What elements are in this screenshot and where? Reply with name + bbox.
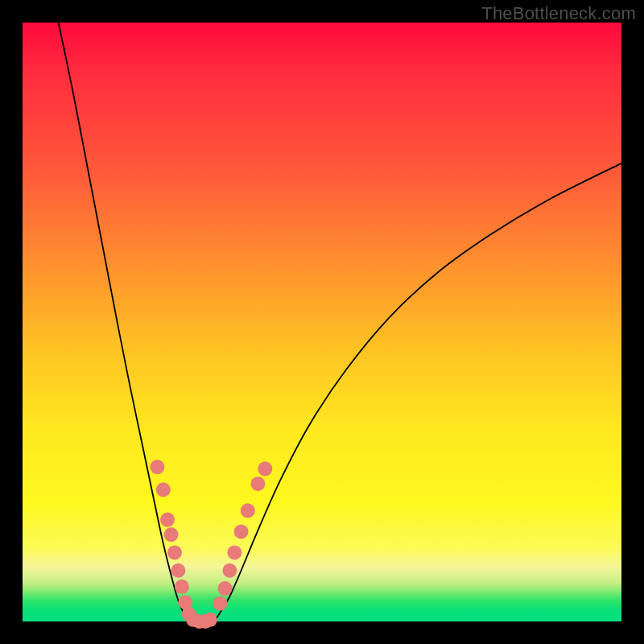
- scatter-dot: [175, 580, 189, 594]
- scatter-dot: [227, 545, 242, 559]
- curve-right-branch: [214, 163, 621, 621]
- scatter-dot: [156, 482, 171, 497]
- chart-overlay: [23, 23, 621, 621]
- scatter-dot: [150, 460, 164, 474]
- scatter-dot: [203, 613, 217, 627]
- scatter-dot: [222, 564, 237, 578]
- scatter-dot: [164, 527, 179, 542]
- scatter-dot: [160, 513, 175, 527]
- scatter-dot: [213, 597, 228, 611]
- scatter-dot: [171, 564, 185, 578]
- watermark-text: TheBottleneck.com: [481, 3, 636, 24]
- scatter-dots: [150, 460, 272, 629]
- scatter-dot: [250, 477, 265, 491]
- scatter-dot: [258, 461, 272, 476]
- scatter-dot: [167, 545, 182, 559]
- scatter-dot: [217, 581, 232, 596]
- scatter-dot: [234, 524, 249, 539]
- chart-frame: TheBottleneck.com: [0, 0, 644, 644]
- scatter-dot: [241, 503, 255, 518]
